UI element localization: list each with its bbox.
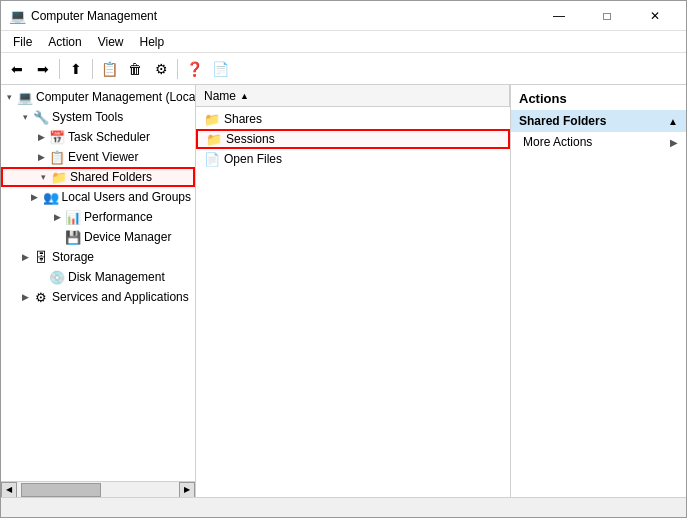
tree-node-local-users[interactable]: ▶ 👥 Local Users and Groups bbox=[1, 187, 195, 207]
more-actions-chevron: ▶ bbox=[670, 137, 678, 148]
tree-node-disk-management[interactable]: 💿 Disk Management bbox=[1, 267, 195, 287]
list-item-shares[interactable]: 📁 Shares bbox=[196, 109, 510, 129]
shares-label: Shares bbox=[224, 112, 262, 126]
tree-expander-event-viewer[interactable]: ▶ bbox=[33, 147, 49, 167]
toolbar-forward[interactable]: ➡ bbox=[31, 57, 55, 81]
toolbar-help[interactable]: ❓ bbox=[182, 57, 206, 81]
tree-label-shared-folders: Shared Folders bbox=[70, 170, 152, 184]
tree-expander-task-scheduler[interactable]: ▶ bbox=[33, 127, 49, 147]
tree-label-system-tools: System Tools bbox=[52, 110, 123, 124]
right-panel: Actions Shared Folders ▲ More Actions ▶ bbox=[511, 85, 686, 497]
tree-icon-device-manager: 💾 bbox=[65, 229, 81, 245]
actions-section-arrow: ▲ bbox=[668, 116, 678, 127]
tree-icon-performance: 📊 bbox=[65, 209, 81, 225]
status-bar bbox=[1, 497, 686, 517]
tree-node-performance[interactable]: ▶ 📊 Performance bbox=[1, 207, 195, 227]
tree-icon-services: ⚙ bbox=[33, 289, 49, 305]
tree-icon-storage: 🗄 bbox=[33, 249, 49, 265]
close-button[interactable]: ✕ bbox=[632, 1, 678, 31]
menu-bar: File Action View Help bbox=[1, 31, 686, 53]
tree-node-services[interactable]: ▶ ⚙ Services and Applications bbox=[1, 287, 195, 307]
tree-label-services: Services and Applications bbox=[52, 290, 189, 304]
main-window: 💻 Computer Management — □ ✕ File Action … bbox=[0, 0, 687, 518]
tree-expander-system-tools[interactable]: ▾ bbox=[17, 107, 33, 127]
tree-root-icon: 💻 bbox=[17, 89, 33, 105]
maximize-button[interactable]: □ bbox=[584, 1, 630, 31]
tree-label-task-scheduler: Task Scheduler bbox=[68, 130, 150, 144]
list-header: Name ▲ bbox=[196, 85, 510, 107]
tree-node-system-tools[interactable]: ▾ 🔧 System Tools bbox=[1, 107, 195, 127]
menu-view[interactable]: View bbox=[90, 33, 132, 51]
tree-label-local-users: Local Users and Groups bbox=[62, 190, 191, 204]
list-body: 📁 Shares 📁 Sessions 📄 Open Files bbox=[196, 107, 510, 497]
tree-icon-disk-management: 💿 bbox=[49, 269, 65, 285]
left-panel: ▾ 💻 Computer Management (Local ▾ 🔧 Syste… bbox=[1, 85, 196, 497]
open-files-icon: 📄 bbox=[204, 151, 220, 167]
col-name[interactable]: Name ▲ bbox=[196, 85, 510, 106]
tree-expander-storage[interactable]: ▶ bbox=[17, 247, 33, 267]
tree-label-performance: Performance bbox=[84, 210, 153, 224]
tree-icon-task-scheduler: 📅 bbox=[49, 129, 65, 145]
toolbar: ⬅ ➡ ⬆ 📋 🗑 ⚙ ❓ 📄 bbox=[1, 53, 686, 85]
tree-node-storage[interactable]: ▶ 🗄 Storage bbox=[1, 247, 195, 267]
scroll-right[interactable]: ▶ bbox=[179, 482, 195, 498]
tree-expander-services[interactable]: ▶ bbox=[17, 287, 33, 307]
toolbar-new[interactable]: 🗑 bbox=[123, 57, 147, 81]
tree-icon-system-tools: 🔧 bbox=[33, 109, 49, 125]
more-actions-label: More Actions bbox=[523, 135, 592, 149]
menu-help[interactable]: Help bbox=[132, 33, 173, 51]
list-item-open-files[interactable]: 📄 Open Files bbox=[196, 149, 510, 169]
app-icon: 💻 bbox=[9, 8, 25, 24]
tree-expander-performance[interactable]: ▶ bbox=[49, 207, 65, 227]
tree-expander-local-users[interactable]: ▶ bbox=[27, 187, 43, 207]
tree-label-event-viewer: Event Viewer bbox=[68, 150, 138, 164]
open-files-label: Open Files bbox=[224, 152, 282, 166]
toolbar-back[interactable]: ⬅ bbox=[5, 57, 29, 81]
actions-title: Actions bbox=[511, 85, 686, 110]
tree-node-task-scheduler[interactable]: ▶ 📅 Task Scheduler bbox=[1, 127, 195, 147]
tree-icon-local-users: 👥 bbox=[43, 189, 59, 205]
toolbar-sep-3 bbox=[177, 59, 178, 79]
actions-section-label: Shared Folders bbox=[519, 114, 606, 128]
tree-expander-disk-management[interactable] bbox=[33, 267, 49, 287]
sessions-label: Sessions bbox=[226, 132, 275, 146]
toolbar-export[interactable]: 📄 bbox=[208, 57, 232, 81]
tree-root-label: Computer Management (Local bbox=[36, 90, 195, 104]
col-name-label: Name bbox=[204, 89, 236, 103]
title-bar: 💻 Computer Management — □ ✕ bbox=[1, 1, 686, 31]
tree-expander-shared-folders[interactable]: ▾ bbox=[35, 167, 51, 187]
left-scrollbar: ◀ ▶ bbox=[1, 481, 195, 497]
middle-panel: Name ▲ 📁 Shares 📁 Sessions 📄 bbox=[196, 85, 511, 497]
sessions-icon: 📁 bbox=[206, 131, 222, 147]
window-controls: — □ ✕ bbox=[536, 1, 678, 31]
shares-icon: 📁 bbox=[204, 111, 220, 127]
minimize-button[interactable]: — bbox=[536, 1, 582, 31]
toolbar-show-hide[interactable]: 📋 bbox=[97, 57, 121, 81]
scroll-thumb[interactable] bbox=[21, 483, 101, 497]
list-item-sessions[interactable]: 📁 Sessions bbox=[196, 129, 510, 149]
menu-file[interactable]: File bbox=[5, 33, 40, 51]
tree-root-expander[interactable]: ▾ bbox=[1, 87, 17, 107]
tree-label-storage: Storage bbox=[52, 250, 94, 264]
toolbar-sep-1 bbox=[59, 59, 60, 79]
tree-node-event-viewer[interactable]: ▶ 📋 Event Viewer bbox=[1, 147, 195, 167]
toolbar-properties[interactable]: ⚙ bbox=[149, 57, 173, 81]
tree-icon-event-viewer: 📋 bbox=[49, 149, 65, 165]
tree-node-device-manager[interactable]: 💾 Device Manager bbox=[1, 227, 195, 247]
sort-arrow: ▲ bbox=[240, 91, 249, 101]
main-area: ▾ 💻 Computer Management (Local ▾ 🔧 Syste… bbox=[1, 85, 686, 497]
tree-area: ▾ 💻 Computer Management (Local ▾ 🔧 Syste… bbox=[1, 85, 195, 481]
tree-expander-device-manager[interactable] bbox=[49, 227, 65, 247]
tree-label-device-manager: Device Manager bbox=[84, 230, 171, 244]
toolbar-sep-2 bbox=[92, 59, 93, 79]
action-more-actions[interactable]: More Actions ▶ bbox=[511, 132, 686, 152]
tree-label-disk-management: Disk Management bbox=[68, 270, 165, 284]
tree-icon-shared-folders: 📁 bbox=[51, 169, 67, 185]
menu-action[interactable]: Action bbox=[40, 33, 89, 51]
scroll-track[interactable] bbox=[17, 482, 179, 498]
scroll-left[interactable]: ◀ bbox=[1, 482, 17, 498]
tree-node-shared-folders[interactable]: ▾ 📁 Shared Folders bbox=[1, 167, 195, 187]
toolbar-up[interactable]: ⬆ bbox=[64, 57, 88, 81]
actions-section-header-shared-folders[interactable]: Shared Folders ▲ bbox=[511, 110, 686, 132]
tree-root[interactable]: ▾ 💻 Computer Management (Local bbox=[1, 87, 195, 107]
